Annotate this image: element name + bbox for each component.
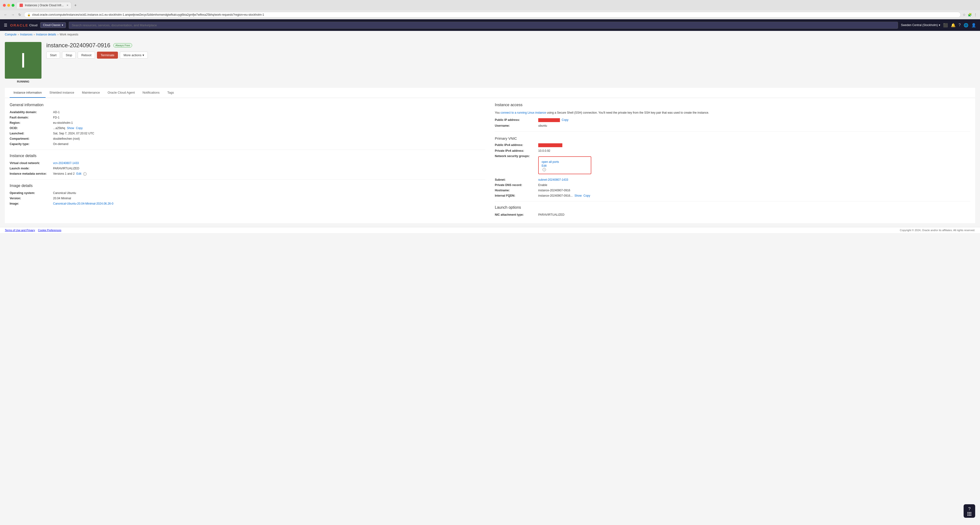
info-row-region: Region: eu-stockholm-1 (10, 121, 485, 124)
region-chevron-icon: ▾ (939, 23, 940, 27)
label-private-ipv4: Private IPv4 address: (495, 149, 538, 153)
ocid-show-link[interactable]: Show (67, 126, 74, 130)
cloud-classic-button[interactable]: Cloud Classic ▾ (40, 22, 65, 28)
user-avatar-icon[interactable]: 👤 (971, 23, 976, 27)
tabs-container: Instance information Shielded instance M… (5, 88, 975, 98)
browser-addressbar: ← → ↻ 🔒 cloud.oracle.com/compute/instanc… (0, 10, 980, 19)
tab-oracle-cloud-agent[interactable]: Oracle Cloud Agent (104, 88, 138, 98)
instance-image-wrapper: RUNNING (5, 42, 41, 83)
always-free-badge: Always Free (113, 43, 132, 48)
instance-access-section: Instance access You connect to a running… (495, 103, 970, 128)
browser-tab[interactable]: Instances | Oracle Cloud Infr... × (16, 2, 72, 8)
instance-image (5, 42, 41, 79)
tab-shielded-instance[interactable]: Shielded instance (46, 88, 78, 98)
search-input[interactable] (69, 22, 898, 29)
info-row-capacity-type: Capacity type: On-demand (10, 142, 485, 146)
value-launched: Sat, Sep 7, 2024, 07:20:02 UTC (53, 132, 94, 135)
breadcrumb-instances[interactable]: Instances (20, 33, 32, 36)
public-ipv4-redacted (538, 143, 562, 147)
tab-tags[interactable]: Tags (164, 88, 178, 98)
help-icon[interactable]: ? (959, 23, 961, 27)
info-row-internal-fqdn: Internal FQDN: instance-20240907-0916...… (495, 194, 970, 197)
info-row-network-security: Network security groups: open all ports … (495, 155, 970, 176)
value-private-dns: Enable (538, 184, 547, 187)
label-launch-mode: Launch mode: (10, 167, 53, 170)
instance-header: RUNNING instance-20240907-0916 Always Fr… (5, 42, 975, 83)
close-tab-icon[interactable]: × (67, 4, 68, 7)
internal-fqdn-show-link[interactable]: Show (574, 194, 582, 197)
instance-name: instance-20240907-0916 (46, 42, 110, 49)
bottom-bar-right: Copyright © 2024, Oracle and/or its affi… (900, 229, 975, 231)
security-groups-box: open all ports Edit i (538, 156, 591, 174)
public-ip-copy-link[interactable]: Copy (562, 118, 568, 121)
browser-icons: ☆ 🧩 ⋮ (963, 13, 977, 17)
metadata-edit-link[interactable]: Edit (76, 172, 81, 176)
action-buttons: Start Stop Reboot Terminate More actions… (46, 52, 975, 59)
tab-notifications[interactable]: Notifications (138, 88, 164, 98)
reload-button[interactable]: ↻ (18, 12, 22, 18)
start-button[interactable]: Start (46, 52, 60, 59)
ocid-copy-link[interactable]: Copy (76, 126, 83, 130)
security-groups-info-icon[interactable]: i (542, 168, 546, 171)
label-capacity-type: Capacity type: (10, 142, 53, 146)
terms-link[interactable]: Terms of Use and Privacy (5, 229, 35, 231)
value-internal-fqdn: instance-20240907-0916... Show Copy (538, 194, 590, 197)
image-link[interactable]: Canonical-Ubuntu-20.04-Minimal-2024.06.2… (53, 202, 113, 205)
info-row-metadata-service: Instance metadata service: Versions 1 an… (10, 172, 485, 176)
value-ocid: ...a25bhq Show Copy (53, 126, 83, 130)
general-information-title: General information (10, 103, 485, 107)
value-region: eu-stockholm-1 (53, 121, 73, 124)
menu-icon[interactable]: ⋮ (974, 13, 977, 17)
forward-button[interactable]: → (10, 12, 16, 18)
back-button[interactable]: ← (3, 12, 8, 18)
cloud-shell-icon[interactable]: ⬛ (943, 23, 948, 27)
value-image: Canonical-Ubuntu-20.04-Minimal-2024.06.2… (53, 202, 113, 205)
info-row-image: Image: Canonical-Ubuntu-20.04-Minimal-20… (10, 202, 485, 205)
label-availability-domain: Availability domain: (10, 110, 53, 114)
terminate-button[interactable]: Terminate (97, 52, 118, 59)
internal-fqdn-copy-link[interactable]: Copy (584, 194, 590, 197)
label-network-security: Network security groups: (495, 155, 538, 158)
instance-details-title: Instance details (10, 154, 485, 158)
bottom-bar-left: Terms of Use and Privacy Cookie Preferen… (5, 229, 61, 231)
breadcrumb-work-requests: Work requests (60, 33, 78, 36)
subnet-link[interactable]: subnet-20240807-1433 (538, 178, 568, 182)
label-os: Operating system: (10, 191, 53, 195)
value-nic-attachment: PARAVIRTUALIZED (538, 213, 565, 216)
vcn-link[interactable]: vcn-20240807-1433 (53, 161, 79, 165)
bell-icon[interactable]: 🔔 (951, 23, 956, 27)
open-all-ports-link[interactable]: open all ports (542, 160, 588, 164)
dot-minimize[interactable] (7, 4, 10, 7)
metadata-info-icon[interactable]: i (83, 172, 87, 176)
dot-maximize[interactable] (11, 4, 14, 7)
label-fault-domain: Fault domain: (10, 116, 53, 119)
tab-instance-information[interactable]: Instance information (10, 88, 46, 98)
value-public-ip: Copy (538, 118, 568, 122)
cookie-link[interactable]: Cookie Preferences (38, 229, 62, 231)
connect-linux-link[interactable]: connect to a running Linux instance (501, 111, 546, 114)
extensions-icon[interactable]: 🧩 (968, 13, 972, 17)
nav-right: Sweden Central (Stockholm) ▾ ⬛ 🔔 ? 🌐 👤 (901, 23, 976, 27)
info-row-fault-domain: Fault domain: FD-1 (10, 116, 485, 119)
breadcrumb-compute[interactable]: Compute (5, 33, 17, 36)
reboot-button[interactable]: Reboot (78, 52, 95, 59)
info-row-hostname: Hostname: instance-20240907-0916 (495, 189, 970, 192)
region-selector[interactable]: Sweden Central (Stockholm) ▾ (901, 23, 940, 27)
info-row-os: Operating system: Canonical Ubuntu (10, 191, 485, 195)
new-tab-button[interactable]: + (74, 3, 76, 8)
label-username: Username: (495, 124, 538, 128)
value-version: 20.04 Minimal (53, 196, 71, 200)
label-vcn: Virtual cloud network: (10, 161, 53, 165)
hamburger-menu-icon[interactable]: ☰ (4, 23, 7, 27)
tab-maintenance[interactable]: Maintenance (78, 88, 104, 98)
more-actions-button[interactable]: More actions ▾ (120, 52, 148, 59)
security-groups-edit-link[interactable]: Edit (542, 164, 588, 168)
stop-button[interactable]: Stop (62, 52, 76, 59)
address-bar[interactable]: 🔒 cloud.oracle.com/compute/instances/oci… (24, 12, 961, 18)
bookmark-icon[interactable]: ☆ (963, 13, 966, 17)
info-row-public-ip: Public IP address: Copy (495, 118, 970, 122)
dot-close[interactable] (3, 4, 6, 7)
breadcrumb-instance-details[interactable]: Instance details (36, 33, 56, 36)
instance-status-label: RUNNING (5, 80, 41, 83)
globe-icon[interactable]: 🌐 (964, 23, 969, 27)
